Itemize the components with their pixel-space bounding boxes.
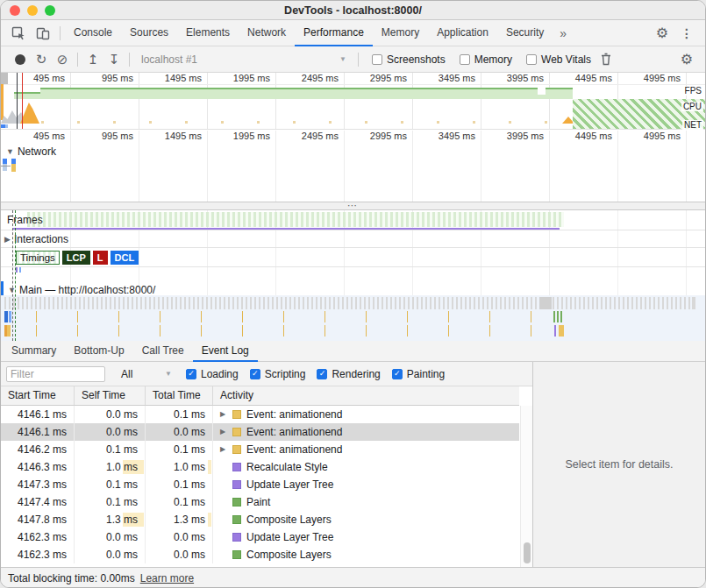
scrollbar-thumb[interactable] xyxy=(524,542,531,563)
filter-input[interactable] xyxy=(6,366,105,382)
self-time-cell: 0.0 ms xyxy=(75,528,146,546)
checkbox-rendering[interactable]: ✓Rendering xyxy=(317,368,380,380)
net-activity-bar-light xyxy=(5,124,8,128)
more-tabs-button[interactable]: » xyxy=(553,26,574,40)
activity-cell: Paint xyxy=(213,493,519,511)
flame-chart-tracks[interactable]: Frames ▶ Interactions Timings LCPLDCL ▼ … xyxy=(1,210,705,341)
duration-filter-select[interactable]: All ▼ xyxy=(121,368,172,380)
checkbox-web-vitals[interactable]: Web Vitals xyxy=(526,53,591,66)
time-value: 4146.1 ms xyxy=(18,426,67,438)
activity-label: Recalculate Style xyxy=(246,458,328,476)
column-header-total-time[interactable]: Total Time xyxy=(146,386,213,405)
learn-more-link[interactable]: Learn more xyxy=(140,572,194,584)
checkbox-memory[interactable]: Memory xyxy=(460,53,512,66)
column-header-activity[interactable]: Activity xyxy=(213,386,519,405)
checkbox-screenshots[interactable]: Screenshots xyxy=(372,53,446,66)
capture-settings-gear-icon[interactable]: ⚙ xyxy=(675,51,698,67)
settings-gear-icon[interactable]: ⚙ xyxy=(651,25,674,41)
checkbox-painting[interactable]: ✓Painting xyxy=(392,368,445,380)
disclosure-triangle-icon[interactable]: ▶ xyxy=(218,441,227,458)
load-marker-dashed-line xyxy=(15,210,16,341)
checkbox-label: Screenshots xyxy=(387,53,446,66)
device-toolbar-icon[interactable] xyxy=(31,22,55,45)
ruler-tick-label: 2995 ms xyxy=(354,73,407,84)
inspect-element-icon[interactable] xyxy=(6,22,31,45)
tab-event-log[interactable]: Event Log xyxy=(193,341,258,362)
event-log-row[interactable]: 4147.8 ms1.3 ms1.3 msComposite Layers xyxy=(1,511,519,528)
event-log-row[interactable]: 4146.1 ms0.0 ms0.1 ms▶Event: animationen… xyxy=(1,406,519,423)
activity-cell: Recalculate Style xyxy=(213,458,519,476)
tab-performance[interactable]: Performance xyxy=(295,20,373,46)
table-body: 4146.1 ms0.0 ms0.1 ms▶Event: animationen… xyxy=(1,406,519,563)
overview-grip[interactable] xyxy=(1,73,8,84)
start-time-cell: 4146.1 ms xyxy=(1,406,75,423)
timings-track[interactable]: Timings LCPLDCL xyxy=(1,248,705,267)
tab-console[interactable]: Console xyxy=(65,20,121,46)
details-panel: Select item for details. xyxy=(532,362,705,567)
activity-label: Event: animationend xyxy=(246,423,342,441)
fps-band xyxy=(1,84,705,99)
ruler-tick-label: 4995 ms xyxy=(628,131,681,142)
checkbox-scripting[interactable]: ✓Scripting xyxy=(250,368,306,380)
event-log-row[interactable]: 4162.3 ms0.0 ms0.0 msComposite Layers xyxy=(1,546,519,563)
column-header-start-time[interactable]: Start Time xyxy=(1,386,75,405)
total-time-cell: 1.0 ms xyxy=(146,458,213,476)
checkbox-loading[interactable]: ✓Loading xyxy=(186,368,239,380)
tab-call-tree[interactable]: Call Tree xyxy=(133,341,193,362)
network-request-bar[interactable] xyxy=(11,164,16,172)
event-log-row[interactable]: 4162.3 ms0.0 ms0.0 msUpdate Layer Tree xyxy=(1,528,519,546)
event-log-row[interactable]: 4147.3 ms0.1 ms0.1 msUpdate Layer Tree xyxy=(1,476,519,493)
time-value: 1.0 ms xyxy=(174,461,205,473)
ruler-tick-label: 4995 ms xyxy=(628,73,681,84)
tab-security[interactable]: Security xyxy=(497,20,553,46)
tab-sources[interactable]: Sources xyxy=(121,20,177,46)
category-swatch xyxy=(232,410,241,419)
ruler-tick-label: 995 ms xyxy=(81,131,133,142)
column-header-self-time[interactable]: Self Time xyxy=(75,386,146,405)
event-log-row[interactable]: 4147.4 ms0.1 ms0.1 msPaint xyxy=(1,493,519,511)
activity-label: Update Layer Tree xyxy=(246,528,333,546)
main-tabs: ConsoleSourcesElementsNetworkPerformance… xyxy=(65,20,553,46)
main-flame-chart[interactable] xyxy=(1,295,705,341)
tab-memory[interactable]: Memory xyxy=(373,20,428,46)
kebab-menu-icon[interactable]: ⋮ xyxy=(674,26,700,40)
checkbox-box: ✓ xyxy=(250,369,260,379)
event-log-row[interactable]: 4146.1 ms0.0 ms0.0 ms▶Event: animationen… xyxy=(1,423,519,441)
reload-and-profile-icon[interactable]: ↻ xyxy=(31,52,52,67)
frames-track[interactable]: Frames xyxy=(1,210,705,230)
expand-triangle-icon[interactable]: ▶ xyxy=(4,235,11,244)
total-blocking-time-text: Total blocking time: 0.00ms xyxy=(8,572,135,584)
splitter-handle[interactable]: ⋯ xyxy=(1,202,705,210)
save-profile-icon[interactable]: ↧ xyxy=(103,52,125,67)
total-time-cell: 0.0 ms xyxy=(146,528,213,546)
disclosure-triangle-icon[interactable]: ▶ xyxy=(218,406,227,423)
event-log-row[interactable]: 4146.2 ms0.1 ms0.1 ms▶Event: animationen… xyxy=(1,441,519,458)
tab-elements[interactable]: Elements xyxy=(177,20,239,46)
tab-bottom-up[interactable]: Bottom-Up xyxy=(65,341,132,362)
checkbox-box xyxy=(460,54,470,65)
activity-label: Composite Layers xyxy=(246,546,332,563)
activity-cell: ▶Event: animationend xyxy=(213,441,519,458)
category-swatch xyxy=(232,463,241,471)
disclosure-triangle-icon[interactable]: ▶ xyxy=(218,423,227,441)
trash-icon[interactable] xyxy=(600,53,621,66)
timing-badge-dcl: DCL xyxy=(111,251,139,265)
clear-icon[interactable]: ⊘ xyxy=(52,52,73,67)
window-title: DevTools - localhost:8000/ xyxy=(1,1,705,20)
interactions-track[interactable]: ▶ Interactions xyxy=(1,230,705,248)
tab-application[interactable]: Application xyxy=(428,20,497,46)
record-icon[interactable] xyxy=(15,54,25,65)
load-profile-icon[interactable]: ↥ xyxy=(82,52,103,67)
tab-network[interactable]: Network xyxy=(239,20,295,46)
duration-filter-value: All xyxy=(121,368,132,380)
ruler-tick-label: 3995 ms xyxy=(491,131,544,142)
timeline-overview[interactable]: 495 ms995 ms1495 ms1995 ms2495 ms2995 ms… xyxy=(1,73,705,130)
net-lane-label: NET xyxy=(682,120,703,130)
event-log-row[interactable]: 4146.3 ms1.0 ms1.0 msRecalculate Style xyxy=(1,458,519,476)
tab-summary[interactable]: Summary xyxy=(3,341,65,362)
profile-select[interactable]: localhost #1 ▼ xyxy=(134,53,353,66)
network-track-header[interactable]: ▼ Network xyxy=(6,145,56,158)
vertical-scrollbar[interactable] xyxy=(520,406,532,567)
main-track-header[interactable]: ▼ Main — http://localhost:8000/ xyxy=(8,284,155,296)
details-tab-bar: SummaryBottom-UpCall TreeEvent Log xyxy=(1,341,705,362)
